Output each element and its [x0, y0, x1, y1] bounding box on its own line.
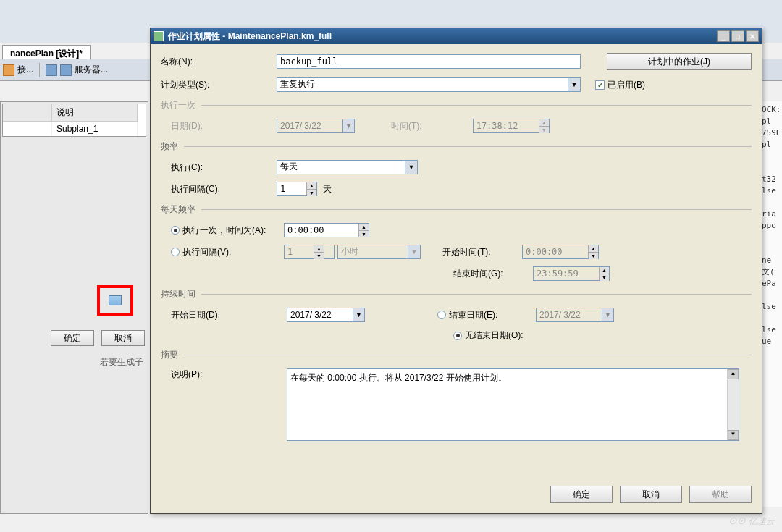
schedule-type-label: 计划类型(S): [161, 79, 277, 91]
once-time-input: ▲▼ [473, 119, 550, 133]
dialog-body: 名称(N): 计划中的作业(J) 计划类型(S): 重复执行 已启用(B) 执行… [151, 44, 762, 513]
occurs-once-label: 执行一次，时间为(A): [182, 224, 284, 237]
occurs-every-radio[interactable] [171, 248, 180, 256]
col-desc: 说明 [52, 104, 138, 122]
end-date-radio[interactable] [437, 311, 446, 319]
scrollbar[interactable]: ▲▼ [727, 369, 739, 440]
occurs-select[interactable]: 每天 [277, 160, 418, 174]
minimize-button[interactable]: _ [717, 30, 730, 42]
occurs-every-label: 执行间隔(V): [182, 246, 284, 258]
recurs-unit: 天 [323, 183, 332, 195]
no-end-date-radio[interactable] [453, 332, 462, 340]
servers-label[interactable]: 服务器... [75, 64, 108, 76]
dialog-title: 作业计划属性 - MaintenancePlan.km_full [168, 30, 717, 43]
doc-icon[interactable] [46, 64, 57, 76]
dialog-button-row: 确定 取消 帮助 [550, 486, 752, 503]
description-textarea[interactable]: 在每天的 0:00:00 执行。将从 2017/3/22 开始使用计划。 ▲▼ [287, 368, 739, 441]
recurs-spinner[interactable]: ▲▼ [277, 182, 317, 196]
server-icon[interactable] [60, 64, 72, 76]
close-button[interactable]: ✕ [746, 30, 759, 42]
end-time-label: 结束时间(G): [453, 268, 533, 280]
titlebar[interactable]: 作业计划属性 - MaintenancePlan.km_full _ □ ✕ [151, 28, 762, 44]
help-button[interactable]: 帮助 [689, 486, 752, 503]
col-blank [3, 104, 52, 122]
recurs-label: 执行间隔(C): [171, 183, 277, 195]
occurs-once-time[interactable]: ▲▼ [284, 223, 369, 237]
subplan-cell: Subplan_1 [52, 122, 138, 136]
occurs-every-unit: 小时 [337, 245, 421, 259]
cancel-button[interactable]: 取消 [620, 486, 682, 503]
schedule-type-select[interactable]: 重复执行 [277, 77, 581, 92]
maximize-button[interactable]: □ [731, 30, 744, 42]
subplan-table: 说明 Subplan_1 [2, 104, 146, 137]
summary-section-label: 摘要 [161, 349, 752, 361]
occurs-label: 执行(C): [171, 161, 277, 174]
once-time-label: 时间(T): [391, 120, 422, 132]
schedule-properties-dialog: 作业计划属性 - MaintenancePlan.km_full _ □ ✕ 名… [150, 28, 762, 514]
end-date-input: 2017/ 3/22▼ [536, 308, 614, 322]
right-code-strip: OCK: pl 759E pl t32 lse ria ppo ne 文( eP… [760, 101, 782, 507]
start-date-label: 开始日期(D): [171, 309, 287, 321]
separator [39, 63, 40, 77]
table-row[interactable]: Subplan_1 [3, 122, 146, 136]
bg-ok-button[interactable]: 确定 [51, 330, 94, 346]
enabled-label: 已启用(B) [607, 79, 645, 91]
frequency-section-label: 频率 [161, 140, 752, 153]
end-time-input: ▲▼ [533, 266, 610, 281]
app-icon [154, 31, 164, 41]
jobs-in-schedule-button[interactable]: 计划中的作业(J) [607, 53, 752, 70]
daily-freq-section-label: 每天频率 [161, 203, 752, 216]
once-section-label: 执行一次 [161, 99, 752, 111]
highlighted-schedule-button[interactable] [97, 285, 133, 316]
watermark: ⊙⊙ 亿速云 [728, 515, 775, 528]
name-label: 名称(N): [161, 56, 277, 68]
enabled-checkbox[interactable] [595, 80, 605, 90]
occurs-every-spinner: ▲▼ [284, 245, 335, 259]
once-date-label: 日期(D): [171, 120, 277, 132]
description-label: 说明(P): [171, 368, 287, 381]
name-input[interactable] [277, 54, 581, 69]
end-date-label: 结束日期(E): [449, 309, 536, 321]
connect-label[interactable]: 接... [17, 64, 33, 76]
connection-icon[interactable] [3, 64, 14, 76]
bg-hint-text: 若要生成子 [100, 356, 143, 368]
calendar-icon [109, 295, 122, 305]
occurs-once-radio[interactable] [171, 226, 180, 235]
duration-section-label: 持续时间 [161, 288, 752, 300]
start-time-label: 开始时间(T): [442, 246, 522, 258]
no-end-date-label: 无结束日期(O): [465, 329, 524, 342]
once-date-input: 2017/ 3/22▼ [277, 119, 355, 133]
bg-cancel-button[interactable]: 取消 [101, 330, 145, 346]
start-date-input[interactable]: 2017/ 3/22▼ [287, 308, 365, 322]
bg-button-row: 确定 取消 [51, 330, 145, 346]
start-time-input: ▲▼ [522, 245, 599, 259]
ok-button[interactable]: 确定 [550, 486, 613, 503]
